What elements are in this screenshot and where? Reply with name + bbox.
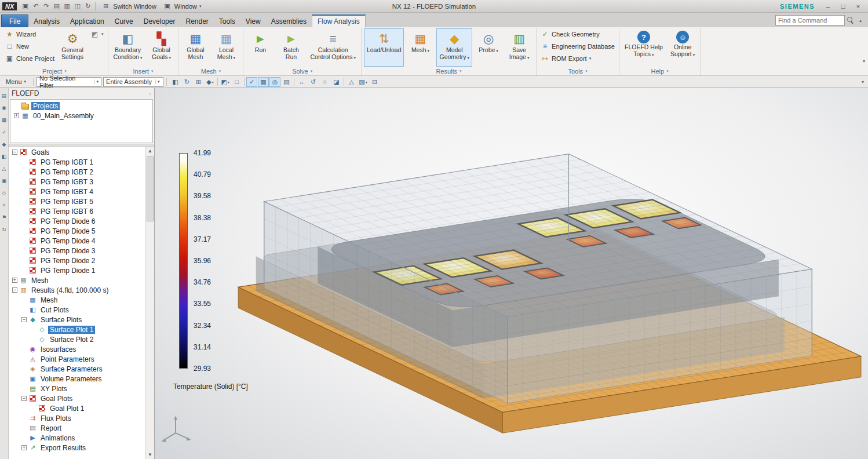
tree-node-pg-temp-igbt-5[interactable]: PG Temp IGBT 5 bbox=[9, 196, 145, 206]
tree-node-pg-temp-igbt-1[interactable]: PG Temp IGBT 1 bbox=[9, 157, 145, 167]
tree-node-volume-parameters[interactable]: ▣Volume Parameters bbox=[9, 374, 145, 384]
tree-node-point-parameters[interactable]: ◬Point Parameters bbox=[9, 354, 145, 364]
scroll-up-icon[interactable]: ▲ bbox=[146, 147, 154, 155]
section-view-icon[interactable]: ◪ bbox=[331, 77, 342, 87]
chevron-down-icon[interactable]: ▾ bbox=[151, 69, 154, 74]
engineering-database-button[interactable]: ≡Engineering Database bbox=[539, 41, 617, 52]
tree-scrollbar[interactable]: ▲ ▼ bbox=[145, 147, 154, 459]
tree-node-surface-plot-1[interactable]: ◇Surface Plot 1 bbox=[9, 325, 145, 334]
general-settings-button[interactable]: ⚙GeneralSettings bbox=[58, 28, 87, 67]
plus-expander-icon[interactable]: + bbox=[12, 278, 17, 283]
fit-view-icon[interactable]: ⊞ bbox=[193, 77, 204, 87]
tree-node-animations[interactable]: ▶Animations bbox=[9, 433, 145, 443]
tab-tools[interactable]: Tools bbox=[214, 15, 240, 27]
tree-node-goals[interactable]: −Goals bbox=[9, 147, 145, 157]
constraint-navigator-icon[interactable]: ◉ bbox=[2, 105, 6, 111]
notes-icon[interactable]: ▣ bbox=[2, 178, 7, 184]
global-mesh-button[interactable]: ▦GlobalMesh bbox=[181, 28, 210, 67]
toolbar-overflow-icon[interactable]: ▾ bbox=[862, 79, 866, 85]
plus-expander-icon[interactable]: + bbox=[21, 445, 27, 450]
chevron-down-icon[interactable]: ▾ bbox=[666, 69, 669, 74]
part-navigator-icon[interactable]: ▦ bbox=[2, 117, 7, 123]
tree-node-pg-temp-diode-3[interactable]: PG Temp Diode 3 bbox=[9, 246, 145, 256]
selection-scope-dropdown[interactable]: Entire Assembly ▾ bbox=[103, 77, 163, 87]
redo-icon[interactable]: ↷ bbox=[41, 1, 51, 11]
undo-icon[interactable]: ↶ bbox=[31, 1, 41, 11]
save-image-button[interactable]: ▥SaveImage▾ bbox=[505, 28, 534, 67]
minus-expander-icon[interactable]: − bbox=[21, 317, 27, 322]
refresh-view-icon[interactable]: ↻ bbox=[181, 77, 192, 87]
tab-render[interactable]: Render bbox=[180, 15, 213, 27]
online-support-button[interactable]: ☺OnlineSupport▾ bbox=[668, 28, 698, 67]
tree-node-goal-plots[interactable]: −Goal Plots bbox=[9, 394, 145, 403]
highlight-icon[interactable]: ▦ bbox=[258, 77, 269, 87]
tree-node-pg-temp-igbt-6[interactable]: PG Temp IGBT 6 bbox=[9, 206, 145, 216]
clone-project-button[interactable]: ▣Clone Project bbox=[3, 53, 56, 64]
minus-expander-icon[interactable]: − bbox=[12, 287, 17, 293]
tab-view[interactable]: View bbox=[240, 15, 266, 27]
switch-window-button[interactable]: ⊞ Switch Window bbox=[98, 1, 159, 12]
new-button[interactable]: □New bbox=[3, 41, 56, 52]
repeat-command-icon[interactable]: ↻ bbox=[83, 1, 93, 11]
snap-point-icon[interactable]: ◎ bbox=[269, 77, 280, 87]
scrollbar-thumb[interactable] bbox=[147, 156, 154, 221]
chevron-down-icon[interactable]: ▾ bbox=[219, 69, 221, 74]
orient-view-icon[interactable]: ◆▾ bbox=[205, 77, 216, 87]
find-command-input[interactable] bbox=[775, 15, 845, 26]
window-menu-button[interactable]: ▣ Window ▾ bbox=[159, 1, 205, 12]
tree-node-projects[interactable]: Projects bbox=[10, 101, 152, 111]
tree-node-pg-temp-diode-5[interactable]: PG Temp Diode 5 bbox=[9, 226, 145, 236]
assembly-navigator-icon[interactable]: ▤ bbox=[2, 93, 7, 99]
probe-button[interactable]: ◎Probe▾ bbox=[474, 28, 503, 67]
tree-node-mesh[interactable]: +▦Mesh bbox=[9, 275, 145, 285]
copy-icon[interactable]: ▤ bbox=[52, 1, 61, 11]
tree-node-surface-plots[interactable]: −◆Surface Plots bbox=[9, 315, 145, 325]
global-goals-button[interactable]: ▚GlobalGoals▾ bbox=[147, 28, 176, 67]
symbols-icon[interactable]: ◇ bbox=[2, 190, 6, 196]
chevron-down-icon[interactable]: ▾ bbox=[459, 69, 462, 74]
scroll-down-icon[interactable]: ▼ bbox=[146, 450, 154, 459]
panel-menu-icon[interactable]: ▫ bbox=[149, 90, 151, 97]
view-home-icon[interactable]: ◧ bbox=[170, 77, 181, 87]
tab-flow-analysis[interactable]: Flow Analysis bbox=[312, 14, 366, 27]
mesh-button[interactable]: ▦Mesh▾ bbox=[406, 28, 435, 67]
flags-icon[interactable]: ⚑ bbox=[2, 214, 6, 221]
save-icon[interactable]: ▣ bbox=[20, 1, 30, 11]
ribbon-overflow-icon[interactable]: ▾ bbox=[863, 59, 865, 64]
select-visible-icon[interactable]: ✓ bbox=[246, 77, 257, 87]
minimize-ribbon-icon[interactable]: ▴ bbox=[856, 18, 865, 23]
tab-file[interactable]: File bbox=[1, 14, 28, 27]
close-button[interactable]: × bbox=[851, 1, 866, 12]
tree-node-flux-plots[interactable]: ⇉Flux Plots bbox=[9, 413, 145, 423]
chevron-down-icon[interactable]: ▾ bbox=[64, 69, 67, 74]
zoom-icon[interactable]: ○ bbox=[319, 77, 330, 87]
selection-filter-dropdown[interactable]: No Selection Filter ▾ bbox=[37, 77, 101, 87]
tree-node-pg-temp-igbt-2[interactable]: PG Temp IGBT 2 bbox=[9, 167, 145, 177]
tree-node-pg-temp-diode-2[interactable]: PG Temp Diode 2 bbox=[9, 256, 145, 265]
reuse-library-icon[interactable]: ✓ bbox=[2, 129, 6, 136]
pan-icon[interactable]: ↔ bbox=[296, 77, 307, 87]
run-button[interactable]: ►Run bbox=[246, 28, 275, 67]
tree-node-pg-temp-igbt-3[interactable]: PG Temp IGBT 3 bbox=[9, 177, 145, 187]
tab-assemblies[interactable]: Assemblies bbox=[266, 15, 312, 27]
chevron-down-icon[interactable]: ▾ bbox=[585, 69, 588, 74]
floefd-help-topics-button[interactable]: ?FLOEFD HelpTopics▾ bbox=[622, 28, 666, 67]
minimize-button[interactable]: – bbox=[820, 1, 836, 12]
rotate-icon[interactable]: ↺ bbox=[308, 77, 319, 87]
batch-run-button[interactable]: ►BatchRun bbox=[276, 28, 305, 67]
view-manager-icon[interactable]: ◆ bbox=[2, 141, 6, 148]
shaded-view-icon[interactable]: ◩▾ bbox=[220, 77, 231, 87]
minus-expander-icon[interactable]: − bbox=[12, 150, 17, 155]
print-icon[interactable]: ◫ bbox=[72, 1, 82, 11]
tab-curve[interactable]: Curve bbox=[110, 15, 138, 27]
tree-node-report[interactable]: ▤Report bbox=[9, 423, 145, 433]
tab-application[interactable]: Application bbox=[65, 15, 110, 27]
load-unload-button[interactable]: ⇅Load/Unload bbox=[364, 28, 404, 67]
history-icon[interactable]: ◧ bbox=[2, 154, 7, 160]
plus-expander-icon[interactable]: + bbox=[14, 113, 19, 118]
maximize-button[interactable]: □ bbox=[836, 1, 851, 12]
tree-node-export-results[interactable]: +↗Export Results bbox=[9, 443, 145, 453]
tree-node-pg-temp-diode-6[interactable]: PG Temp Diode 6 bbox=[9, 216, 145, 226]
tree-node-results-4-fld-100-000-s[interactable]: −▥Results (4.fld, 100.000 s) bbox=[9, 285, 145, 295]
tree-node-surface-parameters[interactable]: ◈Surface Parameters bbox=[9, 364, 145, 374]
